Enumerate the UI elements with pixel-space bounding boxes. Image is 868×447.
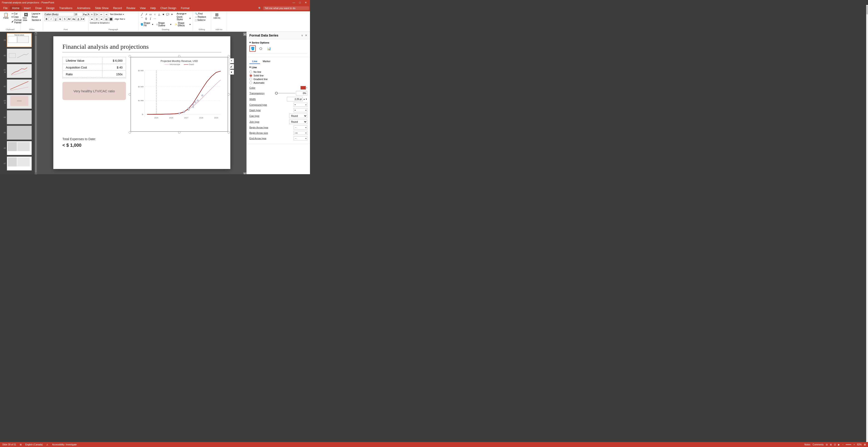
scroll-up-button[interactable]: ▲ xyxy=(35,32,37,34)
section-button[interactable]: Section ▾ xyxy=(31,19,41,22)
increase-indent-button[interactable]: ⇥ xyxy=(104,12,108,16)
color-swatch[interactable] xyxy=(301,86,306,90)
shape-bracket[interactable]: {} xyxy=(144,17,148,21)
scroll-down-button[interactable]: ▼ xyxy=(35,174,37,174)
gradient-line-radio[interactable] xyxy=(249,78,252,81)
slide-thumb-47[interactable]: 47 xyxy=(1,156,33,171)
numbering-button[interactable]: 1≡ xyxy=(95,12,99,16)
shape-more2[interactable]: ⋯ xyxy=(153,17,157,21)
chart-add-button[interactable]: + xyxy=(229,58,234,63)
begin-arrow-type-dropdown[interactable]: → ▾ xyxy=(293,125,307,129)
close-panel-button[interactable]: ✕ xyxy=(305,34,307,37)
series-icon-effects[interactable]: ⬠ xyxy=(257,45,264,52)
slide-thumb-40[interactable]: 40 xyxy=(1,48,33,63)
transparency-slider[interactable] xyxy=(275,93,296,94)
shadow-button[interactable]: S xyxy=(63,17,67,21)
automatic-option[interactable]: Automatic xyxy=(249,82,307,84)
justify-button[interactable]: ▤ xyxy=(104,17,108,21)
menu-help[interactable]: Help xyxy=(148,6,158,11)
maximize-button[interactable]: □ xyxy=(298,1,302,4)
series-icon-chart[interactable]: 📊 xyxy=(266,45,272,52)
menu-home[interactable]: Home xyxy=(10,6,22,11)
increase-font-button[interactable]: A▲ xyxy=(83,12,87,16)
shape-callout[interactable]: 💬 xyxy=(166,12,170,16)
paste-button[interactable]: 📋 Paste xyxy=(1,12,10,24)
width-spin-down[interactable]: ▼ xyxy=(305,98,307,100)
automatic-radio[interactable] xyxy=(249,82,252,84)
width-spin-up[interactable]: ▲ xyxy=(303,98,305,100)
canvas-area[interactable]: ▲ Financial analysis and projections Lif… xyxy=(37,32,246,174)
menu-transitions[interactable]: Transitions xyxy=(57,6,75,11)
align-left-button[interactable]: ⬅ xyxy=(90,17,94,21)
slide-image-43[interactable]: LTV/CAC xyxy=(7,95,32,109)
minimize-button[interactable]: — xyxy=(291,1,297,4)
shape-connector[interactable]: ⌒ xyxy=(140,17,144,21)
layout-button[interactable]: Layout ▾ xyxy=(31,12,41,15)
align-right-button[interactable]: ➡ xyxy=(99,17,103,21)
shape-effects-button[interactable]: ✨Shape Effects ▾ xyxy=(174,22,191,27)
font-color-button[interactable]: A xyxy=(76,17,80,21)
shape-line[interactable]: ╱ xyxy=(140,12,144,16)
menu-file[interactable]: File xyxy=(1,6,10,11)
slide-thumb-41[interactable]: 41 ★ xyxy=(1,64,33,78)
menu-insert[interactable]: Insert xyxy=(22,6,33,11)
chart-container[interactable]: + 🖌 ▼ Projected Monthly Revenue, USD Mic… xyxy=(130,57,228,132)
slide-thumb-45[interactable]: 45 xyxy=(1,125,33,140)
slide-thumb-42[interactable]: 42 xyxy=(1,79,33,94)
color-dropdown-arrow[interactable]: ▾ xyxy=(306,87,307,89)
italic-button[interactable]: I xyxy=(49,17,53,21)
spacing-button[interactable]: AV xyxy=(67,17,71,21)
slide-image-39[interactable]: Financial analysis xyxy=(7,33,32,47)
center-button[interactable]: ☰ xyxy=(95,17,99,21)
marker-tab[interactable]: Marker xyxy=(260,59,273,64)
case-button[interactable]: Aa xyxy=(72,17,76,21)
end-arrow-type-dropdown[interactable]: → ▾ xyxy=(293,136,307,140)
chart-wrapper[interactable]: + 🖌 ▼ Projected Monthly Revenue, USD Mic… xyxy=(130,57,228,132)
width-input[interactable] xyxy=(287,97,303,101)
new-slide-button[interactable]: 🖼 New Slide xyxy=(22,12,31,22)
series-options-header[interactable]: ▾ Series Options xyxy=(249,41,307,44)
shape-oval[interactable]: ○ xyxy=(153,12,157,16)
solid-line-option[interactable]: Solid line xyxy=(249,74,307,77)
solid-line-radio[interactable] xyxy=(249,74,252,77)
menu-record[interactable]: Record xyxy=(111,6,124,11)
select-button[interactable]: ⬚ Select ▾ xyxy=(194,19,206,22)
shape-triangle[interactable]: △ xyxy=(157,12,161,16)
font-name-input[interactable] xyxy=(44,12,74,16)
slide-thumb-39[interactable]: 39 Financial analysis xyxy=(1,33,33,47)
slide-image-40[interactable] xyxy=(7,49,32,63)
cap-type-select[interactable]: Round Square Flat xyxy=(289,114,307,118)
slide-thumb-46[interactable]: 46 xyxy=(1,140,33,156)
close-button[interactable]: ✕ xyxy=(303,1,308,4)
no-line-radio[interactable] xyxy=(249,70,252,73)
shape-star[interactable]: ★ xyxy=(161,12,165,16)
canvas-scroll-down[interactable]: ▼ xyxy=(243,172,246,174)
search-box[interactable]: Tell me what you want to do xyxy=(263,6,309,10)
menu-review[interactable]: Review xyxy=(124,6,137,11)
menu-slideshow[interactable]: Slide Show xyxy=(93,6,111,11)
dash-type-dropdown[interactable]: ━ ▾ xyxy=(293,108,307,112)
slide-image-41[interactable] xyxy=(7,64,32,78)
collapse-button[interactable]: ∨ xyxy=(301,34,303,37)
bullets-button[interactable]: ≡ xyxy=(90,12,94,16)
menu-view[interactable]: View xyxy=(137,6,148,11)
menu-chart-design[interactable]: Chart Design xyxy=(158,6,179,11)
strikethrough-button[interactable]: S xyxy=(58,17,62,21)
no-line-option[interactable]: No line xyxy=(249,70,307,73)
replace-button[interactable]: ↔ Replace xyxy=(194,15,207,19)
columns-button[interactable]: ⬛ xyxy=(109,17,113,21)
line-tab[interactable]: Line xyxy=(249,59,260,64)
quick-styles-button[interactable]: Quick Styles ▾ xyxy=(176,15,191,21)
slide-image-46[interactable] xyxy=(7,141,32,155)
slide-thumb-43[interactable]: 43 ★ LTV/CAC xyxy=(1,94,33,109)
transparency-input[interactable] xyxy=(296,91,307,95)
shape-outline-button[interactable]: □Shape Outline ▾ xyxy=(156,22,172,27)
shape-arrow[interactable]: ↗ xyxy=(144,12,148,16)
menu-format[interactable]: Format xyxy=(179,6,192,11)
font-size-input[interactable] xyxy=(74,12,83,16)
shape-curve[interactable]: ∫ xyxy=(148,17,153,21)
shape-more[interactable]: ▾ xyxy=(170,12,174,16)
decrease-indent-button[interactable]: ⇤ xyxy=(99,12,103,16)
shape-fill-button[interactable]: 🪣Shape Fill ▾ xyxy=(140,22,154,27)
line-section-header[interactable]: ▾ Line xyxy=(249,66,307,69)
